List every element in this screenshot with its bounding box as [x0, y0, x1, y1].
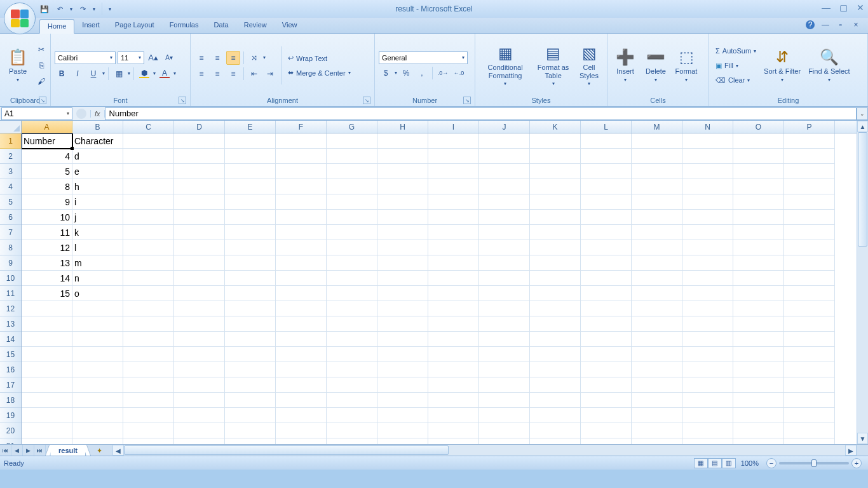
sheet-first-icon[interactable]: ⏮ — [0, 445, 11, 456]
cell[interactable] — [174, 423, 225, 438]
row-header[interactable]: 13 — [0, 316, 21, 332]
cell[interactable] — [123, 210, 174, 225]
tab-home[interactable]: Home — [39, 19, 74, 34]
cell[interactable] — [479, 271, 530, 286]
cell[interactable] — [123, 423, 174, 438]
cell[interactable] — [632, 225, 682, 240]
cell[interactable] — [733, 133, 784, 149]
cell[interactable] — [72, 347, 123, 362]
cell[interactable] — [174, 194, 225, 210]
orientation-icon[interactable]: ⤭ — [247, 51, 261, 65]
cell[interactable] — [428, 316, 479, 332]
column-header[interactable]: L — [581, 121, 632, 133]
italic-button[interactable]: I — [71, 67, 85, 81]
vertical-scrollbar[interactable]: ▲ ▼ — [857, 121, 868, 444]
cell[interactable] — [276, 240, 327, 255]
cell[interactable] — [22, 347, 72, 362]
cell[interactable] — [530, 377, 581, 393]
scroll-down-icon[interactable]: ▼ — [857, 433, 868, 444]
row-header[interactable]: 12 — [0, 301, 21, 316]
cell[interactable]: 4 — [22, 149, 72, 164]
cell[interactable] — [530, 179, 581, 194]
qat-customize-icon[interactable]: ▾ — [109, 6, 111, 12]
cell[interactable] — [581, 377, 632, 393]
cell[interactable]: k — [72, 225, 123, 240]
row-header[interactable]: 8 — [0, 240, 21, 255]
cell[interactable] — [428, 377, 479, 393]
cell[interactable] — [530, 301, 581, 316]
cell[interactable] — [530, 225, 581, 240]
cell[interactable] — [733, 301, 784, 316]
cell[interactable] — [530, 393, 581, 408]
cell[interactable] — [682, 194, 733, 210]
ribbon-restore-icon[interactable]: ▫ — [836, 20, 845, 29]
cell[interactable] — [632, 164, 682, 179]
cell[interactable] — [581, 286, 632, 301]
cell[interactable] — [479, 194, 530, 210]
cell[interactable] — [225, 133, 276, 149]
cell[interactable] — [123, 149, 174, 164]
cell[interactable] — [784, 301, 835, 316]
cell[interactable] — [123, 316, 174, 332]
cell[interactable] — [22, 423, 72, 438]
cell[interactable] — [428, 286, 479, 301]
cell[interactable] — [327, 362, 377, 377]
cell[interactable] — [682, 393, 733, 408]
cell[interactable] — [225, 225, 276, 240]
column-header[interactable]: B — [72, 121, 123, 133]
cell[interactable] — [784, 225, 835, 240]
cell[interactable] — [530, 347, 581, 362]
cell[interactable] — [733, 240, 784, 255]
new-sheet-icon[interactable]: ✦ — [92, 445, 107, 456]
cell[interactable]: 9 — [22, 194, 72, 210]
cell[interactable] — [784, 408, 835, 423]
cell[interactable] — [174, 210, 225, 225]
cell[interactable] — [174, 133, 225, 149]
cell[interactable] — [72, 408, 123, 423]
cell[interactable] — [784, 164, 835, 179]
normal-view-icon[interactable]: ▦ — [694, 458, 708, 468]
cell[interactable] — [784, 423, 835, 438]
cell[interactable] — [377, 225, 428, 240]
cell[interactable] — [225, 179, 276, 194]
hscroll-thumb[interactable] — [124, 445, 449, 455]
row-header[interactable]: 16 — [0, 362, 21, 377]
cell[interactable] — [377, 301, 428, 316]
cell[interactable] — [377, 179, 428, 194]
cell[interactable]: Number — [22, 133, 72, 149]
row-header[interactable]: 14 — [0, 332, 21, 347]
cell[interactable] — [530, 194, 581, 210]
tab-view[interactable]: View — [275, 18, 305, 33]
cell[interactable] — [377, 194, 428, 210]
cell[interactable] — [581, 271, 632, 286]
cell[interactable] — [123, 301, 174, 316]
cell[interactable] — [377, 271, 428, 286]
cell[interactable] — [784, 271, 835, 286]
font-name-combo[interactable]: Calibri▾ — [55, 51, 116, 64]
tab-formulas[interactable]: Formulas — [162, 18, 207, 33]
cell[interactable] — [733, 271, 784, 286]
cell[interactable]: 15 — [22, 286, 72, 301]
cell[interactable]: l — [72, 240, 123, 255]
cell[interactable] — [377, 332, 428, 347]
cell[interactable] — [733, 423, 784, 438]
cell[interactable] — [479, 316, 530, 332]
cell[interactable] — [327, 164, 377, 179]
cell[interactable] — [225, 149, 276, 164]
cell[interactable] — [123, 286, 174, 301]
cell[interactable] — [581, 301, 632, 316]
format-painter-icon[interactable]: 🖌 — [34, 74, 48, 88]
vscroll-thumb[interactable] — [858, 132, 867, 247]
cell[interactable] — [377, 164, 428, 179]
cell[interactable] — [784, 255, 835, 271]
cell[interactable] — [632, 377, 682, 393]
cell[interactable] — [733, 179, 784, 194]
cell[interactable] — [632, 408, 682, 423]
cell[interactable] — [225, 194, 276, 210]
cell[interactable] — [530, 164, 581, 179]
cell[interactable] — [733, 225, 784, 240]
cell[interactable] — [530, 210, 581, 225]
cell[interactable] — [276, 393, 327, 408]
cell[interactable] — [682, 255, 733, 271]
cell[interactable] — [225, 438, 276, 444]
